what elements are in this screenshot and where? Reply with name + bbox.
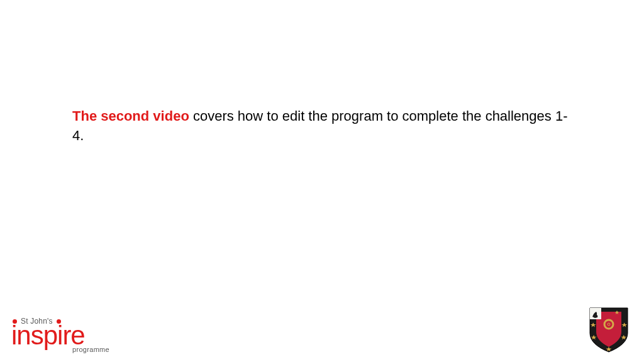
slide-body-text: The second video covers how to edit the … bbox=[72, 107, 572, 146]
svg-point-2 bbox=[608, 323, 610, 326]
inspire-programme-logo: St John's inspire programme bbox=[11, 317, 112, 353]
highlight-phrase: The second video bbox=[72, 108, 189, 124]
logo-inspire-word: inspire bbox=[11, 324, 112, 347]
college-crest-icon bbox=[589, 307, 629, 353]
